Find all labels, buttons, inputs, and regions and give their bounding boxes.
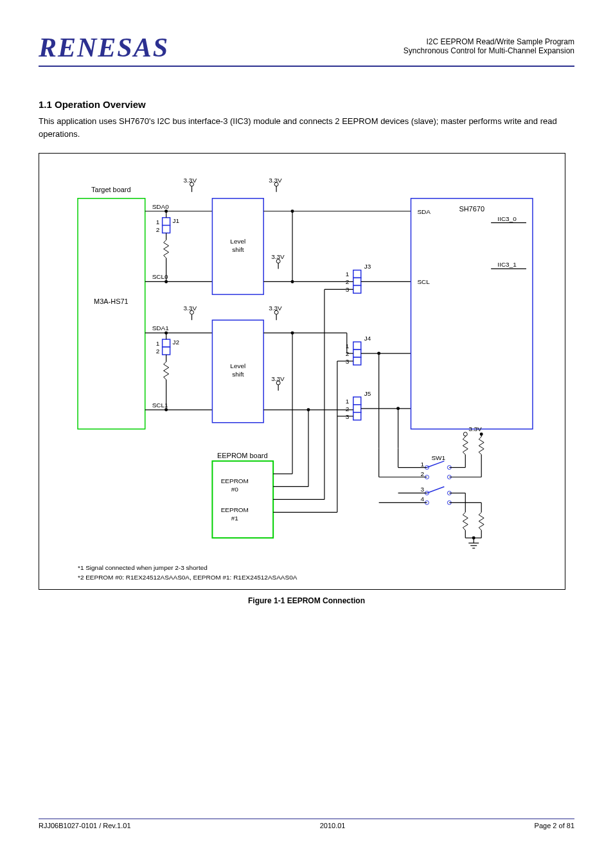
header-line1: I2C EEPROM Read/Write Sample Program [404,37,574,46]
svg-rect-45 [353,342,361,350]
lbl-levelshift1: Level [230,238,245,245]
lbl-j2-2: 2 [156,348,160,355]
svg-point-30 [164,408,168,411]
svg-point-6 [164,209,168,213]
lbl-j4-2: 2 [346,350,350,357]
section-title: 1.1 Operation Overview [39,99,574,110]
svg-rect-43 [353,278,361,285]
svg-rect-24 [163,339,170,347]
lbl-j4: J4 [364,335,371,342]
lbl-sw1: SW1 [431,454,445,461]
header-line2: Synchronous Control for Multi-Channel Ex… [404,46,574,55]
svg-point-9 [164,280,168,283]
lbl-sda1: SDA1 [152,324,169,332]
lbl-j3: J3 [364,263,371,270]
lbl-iic31: IIC3_1 [497,261,517,268]
svg-rect-48 [353,397,361,405]
footer: RJJ06B1027-0101 / Rev.1.01 2010.01 Page … [39,819,574,829]
jumper-j4 [353,342,361,365]
lbl-j3-3: 3 [346,286,350,293]
header-right: I2C EEPROM Read/Write Sample Program Syn… [404,37,574,55]
lbl-eeprom1: EEPROM [221,506,249,513]
lbl-j1: J1 [173,217,180,224]
lbl-33d: 3.3V [184,305,197,312]
lbl-j3-1: 1 [346,270,350,278]
svg-rect-49 [353,405,361,412]
diagram-svg: Target board M3A-HS71 Level shift [39,154,565,589]
lbl-j5-2: 2 [346,405,350,412]
lbl-33c: 3.3V [271,254,285,261]
lbl-levelshift1b: shift [232,246,244,253]
lbl-iic30: IIC3_0 [497,215,517,222]
lbl-j1-2: 2 [156,226,160,233]
lbl-sda: SDA [417,208,431,215]
lbl-j5: J5 [364,390,371,397]
lbl-j2: J2 [173,339,180,346]
lbl-j5-1: 1 [346,398,350,405]
svg-line-81 [427,461,444,468]
lbl-j4-3: 3 [346,358,350,365]
lbl-s4: 4 [420,495,424,502]
switch-sw1 [425,461,451,505]
svg-rect-50 [353,412,361,420]
footer-date: 2010.01 [320,822,346,829]
lbl-eeprom-board: EEPROM board [217,452,268,459]
lbl-33b: 3.3V [269,177,282,184]
footer-doc: RJJ06B1027-0101 / Rev.1.01 [39,822,131,829]
jumper-j5 [353,397,361,420]
footer-rule [39,819,574,819]
svg-rect-42 [353,270,361,278]
svg-point-99 [463,432,467,436]
lbl-levelshift2b: shift [232,371,244,378]
lbl-j4-1: 1 [346,342,350,350]
svg-rect-3 [163,218,170,226]
svg-rect-44 [353,285,361,293]
footer-page: Page 2 of 81 [535,822,574,829]
lbl-33a: 3.3V [184,177,197,184]
lbl-sh7670: SH7670 [459,205,484,213]
note2: *2 EEPROM #0: R1EX24512ASAAS0A, EEPROM #… [78,574,298,581]
svg-rect-0 [78,199,145,429]
lbl-33g: 3.3V [468,425,482,432]
lbl-33e: 3.3V [269,305,282,312]
svg-rect-46 [353,350,361,357]
note1: *1 Signal connected when jumper 2-3 shor… [78,564,208,571]
lbl-s2: 2 [420,470,424,477]
lbl-target: Target board [91,186,131,193]
lbl-j1-1: 1 [156,218,160,226]
lbl-m3a: M3A-HS71 [94,297,129,305]
lbl-j3-2: 2 [346,278,350,285]
lbl-s3: 3 [420,486,424,493]
lbl-scl0: SCL0 [152,273,168,280]
jumper-j3 [353,270,361,293]
svg-rect-63 [212,461,273,538]
svg-point-102 [480,432,483,436]
lbl-eeprom0b: #0 [231,486,239,493]
svg-rect-4 [163,226,170,233]
lbl-j2-1: 1 [156,340,160,347]
lbl-eeprom1b: #1 [231,515,239,522]
lbl-scl1: SCL1 [152,402,168,409]
svg-rect-60 [411,199,533,429]
lbl-sda0: SDA0 [152,203,169,210]
header-rule [39,66,574,67]
diagram-frame: Target board M3A-HS71 Level shift [39,153,565,590]
lbl-levelshift2: Level [230,362,245,369]
svg-rect-25 [163,347,170,355]
lbl-j5-3: 3 [346,413,350,420]
lbl-scl: SCL [417,278,430,285]
section-paragraph: This application uses SH7670's I2C bus i… [39,115,574,140]
svg-line-86 [427,486,444,493]
figure-caption: Figure 1-1 EEPROM Connection [39,596,574,605]
lbl-33f: 3.3V [271,375,285,382]
svg-rect-47 [353,357,361,365]
lbl-eeprom0: EEPROM [221,477,249,484]
svg-point-27 [164,332,168,335]
lbl-s1: 1 [420,461,424,468]
